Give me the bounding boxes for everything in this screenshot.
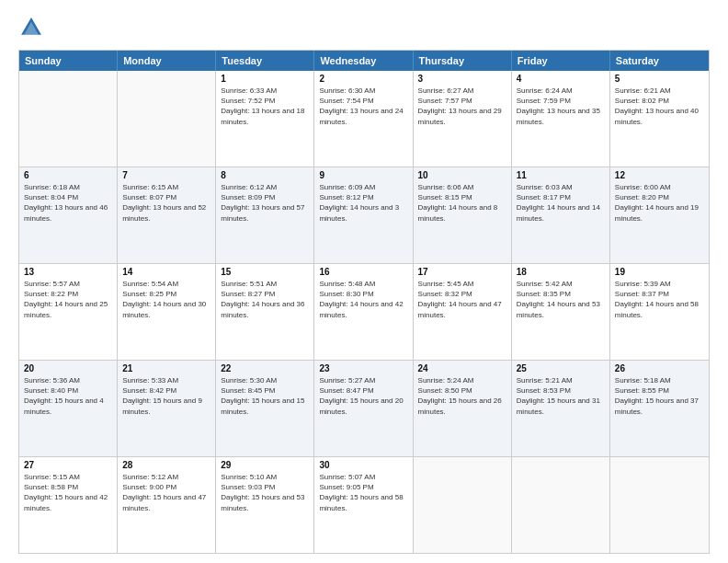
- day-info: Sunrise: 5:07 AM Sunset: 9:05 PM Dayligh…: [319, 472, 407, 513]
- calendar-cell: 9Sunrise: 6:09 AM Sunset: 8:12 PM Daylig…: [314, 167, 413, 263]
- day-number: 23: [319, 363, 407, 373]
- calendar-cell: 3Sunrise: 6:27 AM Sunset: 7:57 PM Daylig…: [414, 71, 512, 167]
- calendar-cell: 17Sunrise: 5:45 AM Sunset: 8:32 PM Dayli…: [414, 264, 512, 360]
- calendar-cell: 30Sunrise: 5:07 AM Sunset: 9:05 PM Dayli…: [314, 457, 413, 553]
- day-info: Sunrise: 6:15 AM Sunset: 8:07 PM Dayligh…: [122, 182, 210, 224]
- calendar-cell: 25Sunrise: 5:21 AM Sunset: 8:53 PM Dayli…: [512, 361, 610, 456]
- calendar-cell: 10Sunrise: 6:06 AM Sunset: 8:15 PM Dayli…: [414, 167, 512, 263]
- calendar-row: 1Sunrise: 6:33 AM Sunset: 7:52 PM Daylig…: [19, 71, 709, 167]
- header: [18, 15, 710, 40]
- calendar-cell: 1Sunrise: 6:33 AM Sunset: 7:52 PM Daylig…: [216, 71, 314, 167]
- day-info: Sunrise: 5:15 AM Sunset: 8:58 PM Dayligh…: [24, 472, 112, 513]
- day-number: 7: [122, 170, 210, 180]
- day-number: 12: [615, 170, 704, 180]
- day-number: 10: [418, 170, 506, 180]
- calendar-header-cell: Sunday: [19, 51, 118, 71]
- day-number: 24: [418, 363, 506, 373]
- day-number: 22: [221, 363, 309, 373]
- day-info: Sunrise: 6:00 AM Sunset: 8:20 PM Dayligh…: [615, 182, 704, 224]
- logo-icon: [18, 15, 44, 40]
- calendar-cell: 23Sunrise: 5:27 AM Sunset: 8:47 PM Dayli…: [314, 361, 413, 456]
- day-number: 6: [24, 170, 112, 180]
- calendar-cell: 27Sunrise: 5:15 AM Sunset: 8:58 PM Dayli…: [19, 457, 118, 553]
- calendar-cell: 12Sunrise: 6:00 AM Sunset: 8:20 PM Dayli…: [610, 167, 709, 263]
- day-number: 3: [418, 74, 506, 84]
- calendar-cell: 11Sunrise: 6:03 AM Sunset: 8:17 PM Dayli…: [512, 167, 610, 263]
- day-number: 1: [221, 74, 309, 84]
- calendar-header-cell: Friday: [512, 51, 610, 71]
- day-info: Sunrise: 5:51 AM Sunset: 8:27 PM Dayligh…: [221, 279, 309, 320]
- day-number: 4: [517, 74, 605, 84]
- calendar-cell: 26Sunrise: 5:18 AM Sunset: 8:55 PM Dayli…: [610, 361, 709, 456]
- day-number: 13: [24, 267, 112, 277]
- calendar-cell: 20Sunrise: 5:36 AM Sunset: 8:40 PM Dayli…: [19, 361, 118, 456]
- day-info: Sunrise: 6:24 AM Sunset: 7:59 PM Dayligh…: [517, 86, 605, 127]
- calendar-header-cell: Tuesday: [216, 51, 314, 71]
- day-number: 11: [517, 170, 605, 180]
- calendar-row: 20Sunrise: 5:36 AM Sunset: 8:40 PM Dayli…: [19, 360, 709, 456]
- calendar-cell: 21Sunrise: 5:33 AM Sunset: 8:42 PM Dayli…: [118, 361, 216, 456]
- calendar-cell: [512, 457, 610, 553]
- day-info: Sunrise: 6:33 AM Sunset: 7:52 PM Dayligh…: [221, 86, 309, 127]
- calendar-cell: [414, 457, 512, 553]
- calendar-cell: 15Sunrise: 5:51 AM Sunset: 8:27 PM Dayli…: [216, 264, 314, 360]
- day-number: 29: [221, 460, 309, 470]
- day-info: Sunrise: 5:12 AM Sunset: 9:00 PM Dayligh…: [122, 472, 210, 513]
- calendar-cell: 14Sunrise: 5:54 AM Sunset: 8:25 PM Dayli…: [118, 264, 216, 360]
- day-info: Sunrise: 6:18 AM Sunset: 8:04 PM Dayligh…: [24, 182, 112, 224]
- day-info: Sunrise: 5:27 AM Sunset: 8:47 PM Dayligh…: [319, 375, 407, 417]
- calendar-cell: 5Sunrise: 6:21 AM Sunset: 8:02 PM Daylig…: [610, 71, 709, 167]
- day-info: Sunrise: 6:03 AM Sunset: 8:17 PM Dayligh…: [517, 182, 605, 224]
- day-number: 16: [319, 267, 407, 277]
- calendar-header-cell: Saturday: [610, 51, 709, 71]
- day-info: Sunrise: 5:36 AM Sunset: 8:40 PM Dayligh…: [24, 375, 112, 417]
- day-number: 28: [122, 460, 210, 470]
- day-info: Sunrise: 5:18 AM Sunset: 8:55 PM Dayligh…: [615, 375, 704, 417]
- logo: [18, 15, 46, 40]
- calendar-header-row: SundayMondayTuesdayWednesdayThursdayFrid…: [19, 51, 709, 71]
- calendar-cell: 8Sunrise: 6:12 AM Sunset: 8:09 PM Daylig…: [216, 167, 314, 263]
- day-number: 26: [615, 363, 704, 373]
- day-number: 5: [615, 74, 704, 84]
- calendar-cell: 29Sunrise: 5:10 AM Sunset: 9:03 PM Dayli…: [216, 457, 314, 553]
- day-number: 8: [221, 170, 309, 180]
- page: SundayMondayTuesdayWednesdayThursdayFrid…: [0, 0, 728, 563]
- day-info: Sunrise: 5:42 AM Sunset: 8:35 PM Dayligh…: [517, 279, 605, 320]
- day-info: Sunrise: 6:30 AM Sunset: 7:54 PM Dayligh…: [319, 86, 407, 127]
- day-number: 30: [319, 460, 407, 470]
- day-info: Sunrise: 5:57 AM Sunset: 8:22 PM Dayligh…: [24, 279, 112, 320]
- day-info: Sunrise: 5:39 AM Sunset: 8:37 PM Dayligh…: [615, 279, 704, 320]
- day-info: Sunrise: 5:10 AM Sunset: 9:03 PM Dayligh…: [221, 472, 309, 513]
- day-number: 18: [517, 267, 605, 277]
- day-info: Sunrise: 5:45 AM Sunset: 8:32 PM Dayligh…: [418, 279, 506, 320]
- calendar: SundayMondayTuesdayWednesdayThursdayFrid…: [18, 50, 710, 554]
- calendar-row: 27Sunrise: 5:15 AM Sunset: 8:58 PM Dayli…: [19, 456, 709, 553]
- day-info: Sunrise: 6:12 AM Sunset: 8:09 PM Dayligh…: [221, 182, 309, 224]
- day-number: 20: [24, 363, 112, 373]
- day-number: 25: [517, 363, 605, 373]
- calendar-header-cell: Thursday: [414, 51, 512, 71]
- calendar-cell: 24Sunrise: 5:24 AM Sunset: 8:50 PM Dayli…: [414, 361, 512, 456]
- calendar-cell: 2Sunrise: 6:30 AM Sunset: 7:54 PM Daylig…: [314, 71, 413, 167]
- day-info: Sunrise: 5:21 AM Sunset: 8:53 PM Dayligh…: [517, 375, 605, 417]
- day-info: Sunrise: 6:06 AM Sunset: 8:15 PM Dayligh…: [418, 182, 506, 224]
- day-number: 17: [418, 267, 506, 277]
- calendar-cell: 18Sunrise: 5:42 AM Sunset: 8:35 PM Dayli…: [512, 264, 610, 360]
- calendar-header-cell: Monday: [118, 51, 216, 71]
- calendar-cell: 22Sunrise: 5:30 AM Sunset: 8:45 PM Dayli…: [216, 361, 314, 456]
- day-info: Sunrise: 6:21 AM Sunset: 8:02 PM Dayligh…: [615, 86, 704, 127]
- day-number: 27: [24, 460, 112, 470]
- day-number: 15: [221, 267, 309, 277]
- day-info: Sunrise: 5:54 AM Sunset: 8:25 PM Dayligh…: [122, 279, 210, 320]
- day-info: Sunrise: 6:09 AM Sunset: 8:12 PM Dayligh…: [319, 182, 407, 224]
- day-info: Sunrise: 5:33 AM Sunset: 8:42 PM Dayligh…: [122, 375, 210, 417]
- day-number: 14: [122, 267, 210, 277]
- calendar-cell: [19, 71, 118, 167]
- calendar-cell: 13Sunrise: 5:57 AM Sunset: 8:22 PM Dayli…: [19, 264, 118, 360]
- day-number: 21: [122, 363, 210, 373]
- day-info: Sunrise: 5:24 AM Sunset: 8:50 PM Dayligh…: [418, 375, 506, 417]
- calendar-row: 6Sunrise: 6:18 AM Sunset: 8:04 PM Daylig…: [19, 167, 709, 263]
- day-number: 9: [319, 170, 407, 180]
- calendar-cell: 16Sunrise: 5:48 AM Sunset: 8:30 PM Dayli…: [314, 264, 413, 360]
- calendar-cell: 4Sunrise: 6:24 AM Sunset: 7:59 PM Daylig…: [512, 71, 610, 167]
